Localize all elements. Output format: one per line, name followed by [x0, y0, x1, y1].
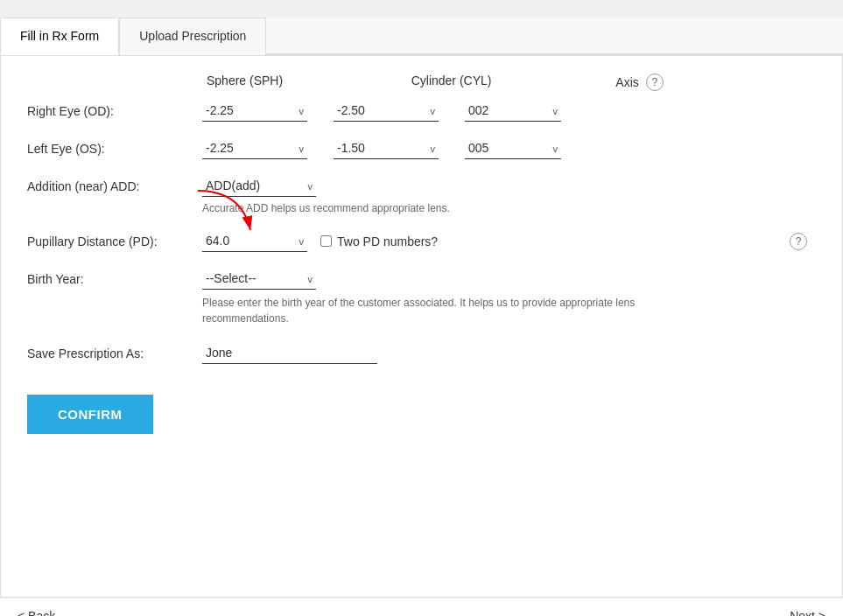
save-prescription-input[interactable]: [202, 342, 377, 364]
right-eye-label: Right Eye (OD):: [27, 104, 202, 118]
next-link[interactable]: Next >: [790, 609, 825, 616]
confirm-button-container: CONFIRM: [27, 386, 816, 434]
axis-column-header: Axis ?: [611, 74, 816, 91]
form-panel: Sphere (SPH) Cylinder (CYL) Axis ? Right…: [0, 55, 843, 598]
right-eye-fields: -2.25 v -2.50 v 002 v: [202, 100, 816, 122]
confirm-button[interactable]: CONFIRM: [27, 395, 153, 434]
right-eye-row: Right Eye (OD): -2.25 v -2.50 v 002: [27, 100, 816, 122]
two-pd-text: Two PD numbers?: [337, 234, 438, 248]
right-eye-sphere-wrapper: -2.25 v: [202, 100, 307, 122]
addition-row: Addition (near) ADD: ADD(add) v Accurate…: [27, 175, 816, 214]
axis-help-icon[interactable]: ?: [646, 74, 664, 91]
sphere-column-header: Sphere (SPH): [202, 74, 407, 91]
birth-year-hint: Please enter the birth year of the custo…: [202, 295, 692, 326]
left-eye-sphere-select[interactable]: -2.25: [202, 137, 307, 159]
right-eye-sphere-select[interactable]: -2.25: [202, 100, 307, 122]
two-pd-checkbox[interactable]: [320, 235, 332, 247]
back-link[interactable]: < Back: [18, 609, 55, 616]
cylinder-column-header: Cylinder (CYL): [407, 74, 612, 91]
page-container: Fill in Rx Form Upload Prescription Sphe…: [0, 18, 843, 616]
pd-row: Pupillary Distance (PD): 64.0 v Two PD n…: [27, 230, 816, 252]
pd-label: Pupillary Distance (PD):: [27, 234, 202, 248]
birth-year-row: Birth Year: --Select-- 2010 2000 1990 19…: [27, 268, 816, 326]
birth-year-wrapper: --Select-- 2010 2000 1990 1980 v: [202, 268, 316, 290]
left-eye-axis-wrapper: 005 v: [465, 137, 561, 159]
pd-fields: 64.0 v Two PD numbers?: [202, 230, 438, 252]
left-eye-sphere-wrapper: -2.25 v: [202, 137, 307, 159]
pd-wrapper: 64.0 v: [202, 230, 307, 252]
tab-fill-rx[interactable]: Fill in Rx Form: [0, 18, 119, 55]
left-eye-cylinder-select[interactable]: -1.50: [334, 137, 439, 159]
birth-year-select[interactable]: --Select-- 2010 2000 1990 1980: [202, 268, 316, 290]
right-eye-cylinder-select[interactable]: -2.50: [334, 100, 439, 122]
left-eye-axis-select[interactable]: 005: [465, 137, 561, 159]
save-prescription-label: Save Prescription As:: [27, 346, 202, 360]
left-eye-row: Left Eye (OS): -2.25 v -1.50 v 005: [27, 137, 816, 159]
left-eye-cylinder-wrapper: -1.50 v: [334, 137, 439, 159]
left-eye-fields: -2.25 v -1.50 v 005 v: [202, 137, 816, 159]
pd-select[interactable]: 64.0: [202, 230, 307, 252]
birth-year-label: Birth Year:: [27, 272, 202, 286]
right-eye-axis-wrapper: 002 v: [465, 100, 561, 122]
two-pd-label[interactable]: Two PD numbers?: [320, 234, 438, 248]
bottom-nav: < Back Next >: [0, 598, 843, 616]
pd-help-icon[interactable]: ?: [790, 233, 807, 250]
right-eye-axis-select[interactable]: 002: [465, 100, 561, 122]
right-eye-cylinder-wrapper: -2.50 v: [334, 100, 439, 122]
left-eye-label: Left Eye (OS):: [27, 142, 202, 156]
column-headers: Sphere (SPH) Cylinder (CYL) Axis ?: [202, 74, 816, 91]
tab-upload[interactable]: Upload Prescription: [119, 18, 266, 55]
save-prescription-row: Save Prescription As:: [27, 342, 816, 364]
addition-label: Addition (near) ADD:: [27, 179, 202, 193]
tab-bar: Fill in Rx Form Upload Prescription: [0, 18, 843, 55]
